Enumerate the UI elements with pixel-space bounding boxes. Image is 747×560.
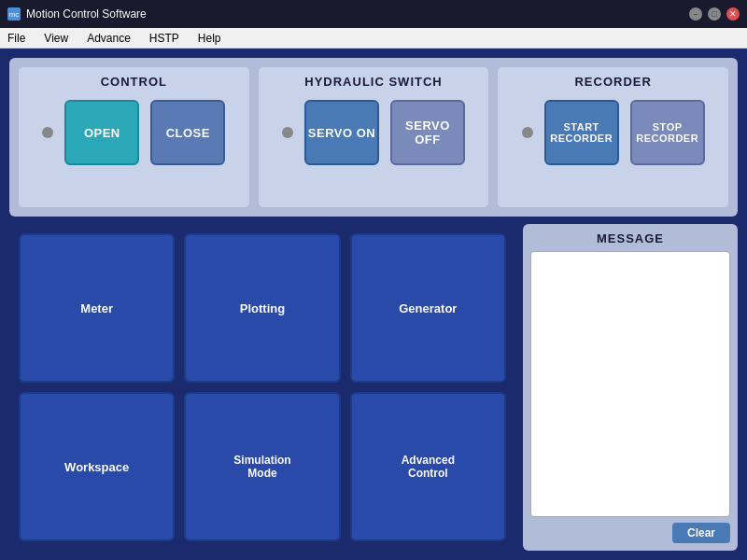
message-panel: MESSAGE Clear	[523, 224, 738, 551]
servo-on-button[interactable]: SERVO ON	[304, 100, 379, 165]
message-box	[530, 251, 730, 517]
simulation-mode-button[interactable]: Simulation Mode	[184, 392, 340, 541]
close-button-ctrl[interactable]: CLOSE	[150, 100, 225, 165]
clear-button[interactable]: Clear	[672, 523, 730, 543]
title-bar: mc Motion Control Software – □ ✕	[0, 0, 747, 28]
hydraulic-buttons: SERVO ON SERVO OFF	[282, 100, 465, 165]
menu-file[interactable]: File	[4, 30, 29, 47]
bottom-panel: Meter Plotting Generator Workspace Simul…	[9, 224, 738, 551]
main-content: CONTROL OPEN CLOSE HYDRAULIC SWITCH SERV…	[0, 49, 747, 560]
advanced-control-button[interactable]: Advanced Control	[350, 392, 506, 541]
plotting-button[interactable]: Plotting	[184, 233, 340, 383]
menu-advance[interactable]: Advance	[83, 30, 134, 47]
recorder-title: RECORDER	[574, 75, 651, 89]
control-title: CONTROL	[101, 75, 167, 89]
open-button[interactable]: OPEN	[64, 100, 139, 165]
hydraulic-indicator	[282, 127, 293, 138]
menu-hstp[interactable]: HSTP	[146, 30, 183, 47]
generator-button[interactable]: Generator	[350, 233, 506, 383]
control-section: CONTROL OPEN CLOSE	[19, 67, 249, 207]
menu-bar: File View Advance HSTP Help	[0, 28, 747, 49]
hydraulic-section: HYDRAULIC SWITCH SERVO ON SERVO OFF	[259, 67, 489, 207]
app-title: Motion Control Software	[26, 7, 147, 21]
servo-off-button[interactable]: SERVO OFF	[390, 100, 465, 165]
menu-view[interactable]: View	[40, 30, 72, 47]
minimize-button[interactable]: –	[689, 7, 702, 21]
control-indicator	[42, 127, 53, 138]
stop-recorder-button[interactable]: STOP RECORDER	[630, 100, 705, 165]
maximize-button[interactable]: □	[708, 7, 721, 21]
workspace-button[interactable]: Workspace	[19, 392, 175, 541]
start-recorder-button[interactable]: START RECORDER	[544, 100, 619, 165]
menu-help[interactable]: Help	[194, 30, 225, 47]
close-button[interactable]: ✕	[726, 7, 740, 21]
top-panel: CONTROL OPEN CLOSE HYDRAULIC SWITCH SERV…	[9, 58, 738, 217]
recorder-indicator	[522, 127, 533, 138]
app-icon: mc	[7, 7, 21, 21]
control-buttons: OPEN CLOSE	[42, 100, 225, 165]
hydraulic-title: HYDRAULIC SWITCH	[304, 75, 442, 89]
meter-button[interactable]: Meter	[19, 233, 175, 383]
message-title: MESSAGE	[530, 231, 730, 245]
function-grid: Meter Plotting Generator Workspace Simul…	[9, 224, 515, 551]
recorder-section: RECORDER START RECORDER STOP RECORDER	[498, 67, 728, 207]
recorder-buttons: START RECORDER STOP RECORDER	[522, 100, 705, 165]
